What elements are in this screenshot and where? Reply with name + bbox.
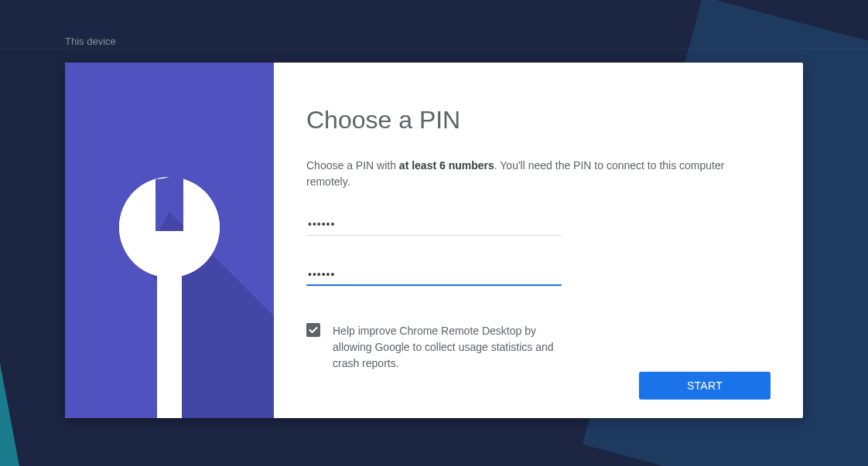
usage-stats-label: Help improve Chrome Remote Desktop by al… [333, 323, 572, 372]
setup-card: Choose a PIN Choose a PIN with at least … [65, 63, 803, 418]
card-content-panel: Choose a PIN Choose a PIN with at least … [274, 63, 803, 418]
svg-rect-3 [157, 264, 182, 418]
start-button[interactable]: START [639, 372, 771, 400]
svg-point-2 [119, 177, 220, 277]
confirm-pin-input-wrapper [306, 264, 771, 286]
page-wrapper: This device [0, 0, 868, 466]
pin-input[interactable] [306, 213, 562, 236]
card-illustration-panel [65, 63, 274, 418]
button-row: START [306, 372, 771, 400]
usage-stats-checkbox-row: Help improve Chrome Remote Desktop by al… [306, 323, 771, 372]
checkmark-icon [308, 325, 319, 335]
description-text: Choose a PIN with at least 6 numbers. Yo… [306, 158, 771, 190]
pin-input-wrapper [306, 213, 771, 236]
breadcrumb: This device [65, 0, 803, 63]
usage-stats-checkbox[interactable] [306, 323, 320, 337]
confirm-pin-input[interactable] [306, 264, 562, 286]
page-title: Choose a PIN [306, 106, 771, 134]
wrench-icon [65, 63, 274, 418]
